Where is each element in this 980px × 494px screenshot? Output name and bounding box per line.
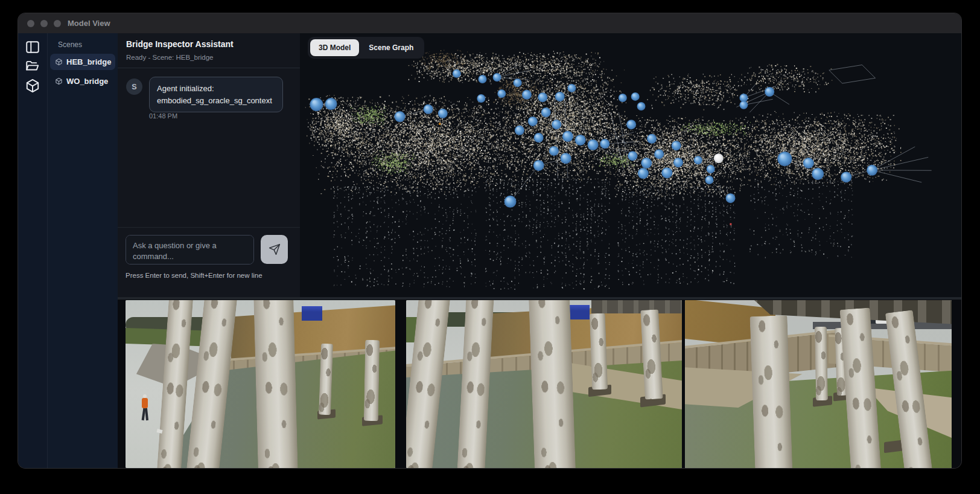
app-window: Model View Scenes (18, 13, 961, 468)
bridge-pier (749, 315, 792, 468)
titlebar: Model View (18, 13, 961, 34)
sidebar-toggle-button[interactable] (25, 39, 40, 55)
inspection-photo-1[interactable] (126, 300, 395, 468)
scenes-panel: Scenes HEB_bridge WO_bridge (48, 33, 118, 468)
model-library-button[interactable] (25, 78, 40, 94)
bridge-deck-edge (591, 300, 682, 313)
blue-building (302, 306, 322, 321)
bridge-pier (319, 344, 333, 415)
inspector-person (141, 394, 149, 421)
tab-scene-graph[interactable]: Scene Graph (360, 39, 422, 56)
divider (118, 227, 300, 228)
chat-panel: Bridge Inspector Assistant Ready - Scene… (118, 33, 300, 297)
message-timestamp: 01:48 PM (149, 112, 177, 120)
minimize-button[interactable] (40, 20, 48, 27)
tab-3d-model[interactable]: 3D Model (310, 39, 359, 56)
scene-item-wo-bridge[interactable]: WO_bridge (50, 73, 115, 89)
scene-item-label: WO_bridge (66, 77, 108, 86)
send-button[interactable] (261, 235, 288, 264)
scenes-header: Scenes (58, 40, 82, 49)
close-button[interactable] (27, 20, 34, 27)
viewer-canvas[interactable] (300, 33, 961, 297)
nav-rail (18, 33, 48, 468)
bridge-pier (253, 300, 298, 468)
bridge-pier (590, 313, 608, 390)
message-line: embodied_sg_oracle_sg_context (157, 95, 275, 107)
chat-status: Ready - Scene: HEB_bridge (126, 54, 213, 61)
inspection-photo-2[interactable] (406, 300, 682, 468)
cube-icon (55, 58, 63, 66)
folder-open-icon (25, 58, 40, 74)
chat-input[interactable] (126, 235, 254, 265)
bridge-pier (815, 327, 828, 400)
maximize-button[interactable] (54, 20, 61, 27)
cube-icon (25, 78, 40, 94)
cube-icon (55, 77, 63, 85)
inspection-photo-3[interactable] (685, 300, 952, 468)
viewer-tabs: 3D Model Scene Graph (308, 37, 424, 59)
message-bubble: Agent initialized: embodied_sg_oracle_sg… (149, 77, 283, 112)
bridge-pier (364, 340, 380, 421)
open-scene-button[interactable] (25, 58, 40, 74)
divider (118, 68, 300, 68)
panel-left-icon (25, 39, 40, 55)
desktop-background: Model View Scenes (0, 0, 980, 494)
paper-plane-icon (269, 243, 281, 255)
input-hint: Press Enter to send, Shift+Enter for new… (126, 272, 262, 279)
scene-item-heb-bridge[interactable]: HEB_bridge (50, 54, 115, 70)
avatar: S (126, 79, 142, 95)
message-line: Agent initialized: (157, 83, 275, 95)
viewer-panel[interactable]: 3D Model Scene Graph (300, 33, 961, 297)
photo-strip (118, 297, 961, 468)
chat-title: Bridge Inspector Assistant (126, 39, 234, 49)
window-title: Model View (68, 13, 110, 33)
scene-item-label: HEB_bridge (66, 57, 111, 66)
blue-building (568, 305, 590, 319)
bridge-pier (529, 300, 576, 468)
